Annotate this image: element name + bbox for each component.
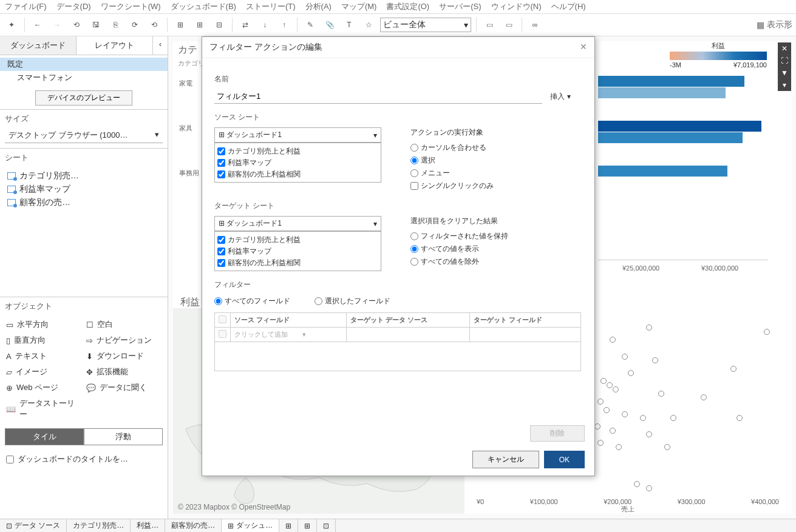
expand-icon[interactable]: ⛶ <box>778 55 791 67</box>
obj-image[interactable]: ▱ イメージ <box>6 365 81 379</box>
menu-worksheet[interactable]: ワークシート(W) <box>101 1 161 12</box>
obj-datastory[interactable]: 📖 データストーリー <box>6 397 81 421</box>
sheet-item[interactable]: カテゴリ別売… <box>5 169 163 183</box>
table-row-check <box>219 330 226 338</box>
size-select[interactable]: デスクトップ ブラウザー (1000…▾ <box>5 128 163 143</box>
tab-dashboard1[interactable]: ⊞ ダッシュ… <box>222 519 279 532</box>
source-check[interactable] <box>217 170 225 178</box>
obj-navigation[interactable]: ⇨ ナビゲーション <box>86 334 162 347</box>
target-check[interactable] <box>217 236 225 244</box>
clear-keep-radio[interactable] <box>410 232 418 240</box>
target-check[interactable] <box>217 247 225 255</box>
clear-icon[interactable]: ⊟ <box>211 17 227 33</box>
clear-showall-radio[interactable] <box>410 245 418 253</box>
sheet-item[interactable]: 利益率マップ <box>5 183 163 196</box>
funnel-icon[interactable]: ▼ <box>778 67 791 79</box>
obj-askdata[interactable]: 💬 データに聞く <box>86 381 162 394</box>
text-icon[interactable]: T <box>341 17 357 33</box>
new-sheet-icon[interactable]: ⊞ <box>172 17 188 33</box>
sort-asc-icon[interactable]: ↓ <box>257 17 273 33</box>
close-icon[interactable]: ✕ <box>580 42 587 53</box>
run-menu-radio[interactable] <box>410 169 418 177</box>
close-view-icon[interactable]: ✕ <box>778 42 791 55</box>
obj-text[interactable]: A テキスト <box>6 349 81 363</box>
present-icon[interactable]: ▭ <box>481 17 497 33</box>
tab-datasource[interactable]: ⊡ データ ソース <box>0 519 67 532</box>
filter-action-dialog: フィルター アクションの編集 ✕ 名前 挿入 ▾ ソース シート ⊞ ダッシュボ… <box>202 36 595 476</box>
menu-analysis[interactable]: 分析(A) <box>305 1 332 12</box>
tab-sheet[interactable]: 利益… <box>131 519 165 532</box>
delete-button[interactable]: 削除 <box>530 425 585 442</box>
more-icon[interactable]: ▾ <box>778 79 791 91</box>
clear-exclude-radio[interactable] <box>410 258 418 266</box>
tab-layout[interactable]: レイアウト <box>77 36 153 55</box>
swap-icon[interactable]: ⇄ <box>237 17 253 33</box>
share-icon[interactable]: ∞ <box>527 17 543 33</box>
filter-selected-radio[interactable] <box>315 297 322 305</box>
tab-dashboard[interactable]: ダッシュボード <box>0 36 77 55</box>
new-dashboard-icon[interactable]: ⊞ <box>298 519 317 532</box>
menu-dashboard[interactable]: ダッシュボード(B) <box>171 1 236 12</box>
back-icon[interactable]: ← <box>30 17 46 33</box>
scatter-tick: ¥0 <box>477 498 484 505</box>
obj-webpage[interactable]: ⊕ Web ページ <box>6 381 81 394</box>
menu-window[interactable]: ウィンドウ(N) <box>491 1 542 12</box>
device-preview-button[interactable]: デバイスのプレビュー <box>35 90 132 106</box>
sheet-item[interactable]: 顧客別の売… <box>5 196 163 209</box>
single-click-check[interactable] <box>410 182 418 190</box>
attachment-icon[interactable]: 📎 <box>322 17 338 33</box>
forward-icon[interactable]: → <box>49 17 65 33</box>
click-to-add[interactable]: クリックして追加 ▾ <box>231 328 347 342</box>
highlight-icon[interactable]: ✎ <box>302 17 318 33</box>
logo-icon[interactable]: ✦ <box>4 17 19 33</box>
menu-file[interactable]: ファイル(F) <box>5 1 47 12</box>
source-listbox[interactable]: カテゴリ別売上と利益 利益率マップ 顧客別の売上利益相関 <box>214 143 381 183</box>
filter-all-radio[interactable] <box>214 297 222 305</box>
duplicate-icon[interactable]: ⊞ <box>192 17 208 33</box>
obj-horizontal[interactable]: ▭ 水平方向 <box>6 318 81 331</box>
bar <box>598 120 768 144</box>
new-data-icon[interactable]: ⎘ <box>107 17 123 33</box>
view-fit-select[interactable]: ビュー全体▾ <box>380 18 471 32</box>
target-select[interactable]: ⊞ ダッシュボード1▾ <box>214 216 381 231</box>
obj-vertical[interactable]: ▯ 垂直方向 <box>6 334 81 347</box>
new-story-icon[interactable]: ⊡ <box>317 519 336 532</box>
device-smartphone[interactable]: スマートフォン <box>0 71 168 84</box>
collapse-panel-icon[interactable]: ‹ <box>153 36 168 55</box>
sort-desc-icon[interactable]: ↑ <box>276 17 292 33</box>
device-default[interactable]: 既定 <box>0 58 168 71</box>
show-title-checkbox[interactable]: ダッシュボードのタイトルを… <box>0 450 168 468</box>
tab-sheet[interactable]: 顧客別の売… <box>165 519 222 532</box>
source-check[interactable] <box>217 147 225 155</box>
obj-extension[interactable]: ✥ 拡張機能 <box>86 365 162 379</box>
menu-format[interactable]: 書式設定(O) <box>386 1 429 12</box>
pin-icon[interactable]: ☆ <box>361 17 376 33</box>
refresh-icon[interactable]: ⟳ <box>127 17 143 33</box>
tile-button[interactable]: タイル <box>5 428 84 445</box>
obj-download[interactable]: ⬇ ダウンロード <box>86 349 162 363</box>
show-me-button[interactable]: ▦ 表示形 <box>757 19 792 30</box>
source-select[interactable]: ⊞ ダッシュボード1▾ <box>214 127 381 143</box>
name-input[interactable] <box>214 89 542 104</box>
run-hover-radio[interactable] <box>410 144 418 152</box>
insert-button[interactable]: 挿入 ▾ <box>550 92 571 102</box>
source-check[interactable] <box>217 159 225 167</box>
new-worksheet-icon[interactable]: ⊞ <box>279 519 298 532</box>
undo-icon[interactable]: ⟲ <box>69 17 84 33</box>
target-check[interactable] <box>217 259 225 267</box>
menu-help[interactable]: ヘルプ(H) <box>551 1 586 12</box>
run-select-radio[interactable] <box>410 157 418 164</box>
obj-blank[interactable]: ☐ 空白 <box>86 318 162 331</box>
target-listbox[interactable]: カテゴリ別売上と利益 利益率マップ 顧客別の売上利益相関 <box>214 231 381 271</box>
ok-button[interactable]: OK <box>544 451 585 468</box>
auto-update-icon[interactable]: ⟲ <box>146 17 162 33</box>
menu-server[interactable]: サーバー(S) <box>439 1 481 12</box>
tab-sheet[interactable]: カテゴリ別売… <box>67 519 131 532</box>
menu-data[interactable]: データ(D) <box>56 1 91 12</box>
device-icon[interactable]: ▭ <box>501 17 517 33</box>
menu-story[interactable]: ストーリー(T) <box>246 1 296 12</box>
menu-map[interactable]: マップ(M) <box>341 1 377 12</box>
cancel-button[interactable]: キャンセル <box>472 451 539 468</box>
save-icon[interactable]: 🖫 <box>88 17 104 33</box>
float-button[interactable]: 浮動 <box>84 428 163 445</box>
